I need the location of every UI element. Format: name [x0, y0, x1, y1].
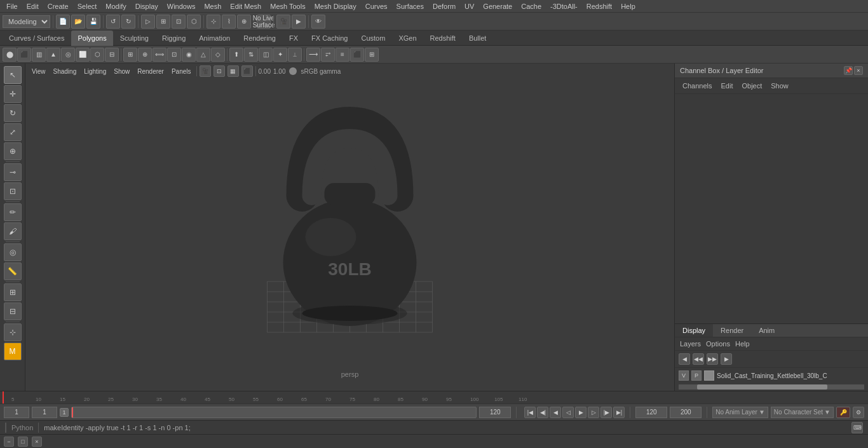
redo-button[interactable]: ↻: [121, 15, 135, 29]
new-scene-button[interactable]: 📄: [56, 15, 70, 29]
append-polygon-button[interactable]: ⊞: [365, 48, 379, 62]
triangulate-button[interactable]: △: [196, 48, 210, 62]
poke-button[interactable]: ✦: [273, 48, 287, 62]
model-icon[interactable]: M: [4, 343, 22, 360]
lasso-select-button[interactable]: ⊡: [172, 15, 186, 29]
tab-curves-surfaces[interactable]: Curves / Surfaces: [3, 31, 71, 46]
paint-tool[interactable]: ✏: [4, 203, 22, 221]
menu-deform[interactable]: Deform: [429, 1, 459, 11]
snap-grid-button[interactable]: ⊹: [207, 15, 220, 29]
wedge-button[interactable]: ⟂: [288, 48, 302, 62]
tab-display[interactable]: Display: [675, 324, 713, 337]
ipr-render-button[interactable]: ▶: [292, 15, 306, 29]
tab-fx[interactable]: FX: [283, 31, 304, 46]
smooth-button[interactable]: ◉: [182, 48, 196, 62]
viewport-panels-menu[interactable]: Panels: [169, 67, 194, 76]
prev-key-button[interactable]: ◀|: [537, 407, 548, 418]
menu-cache[interactable]: Cache: [517, 1, 545, 11]
workspace-selector[interactable]: Modeling: [3, 15, 50, 28]
vp-frame-all-button[interactable]: ⊡: [214, 65, 225, 77]
restore-button[interactable]: □: [18, 437, 28, 447]
tab-animation[interactable]: Animation: [193, 31, 236, 46]
save-scene-button[interactable]: 💾: [86, 15, 100, 29]
undo-button[interactable]: ↺: [106, 15, 120, 29]
poly-cube-button[interactable]: ⬛: [17, 48, 31, 62]
menu-windows[interactable]: Windows: [163, 1, 200, 11]
layer-color-swatch[interactable]: [704, 370, 714, 381]
tab-rigging[interactable]: Rigging: [156, 31, 192, 46]
attribute-paint-tool[interactable]: 🖌: [4, 222, 22, 240]
play-back-button[interactable]: ◁: [562, 407, 574, 418]
layer-p-button[interactable]: P: [691, 370, 702, 381]
marquee-select-tool[interactable]: ⊡: [4, 182, 22, 200]
next-key-button[interactable]: |▶: [600, 407, 612, 418]
tab-fx-caching[interactable]: FX Caching: [305, 31, 354, 46]
menu-redshift[interactable]: Redshift: [583, 1, 616, 11]
boolean-button[interactable]: ⊕: [138, 48, 152, 62]
layer-v-button[interactable]: V: [679, 370, 689, 381]
menu-surfaces[interactable]: Surfaces: [393, 1, 428, 11]
menu-select[interactable]: Select: [74, 1, 101, 11]
layers-nav[interactable]: Layers: [680, 340, 701, 348]
tab-anim[interactable]: Anim: [751, 324, 782, 337]
anim-layer-selector[interactable]: No Anim Layer ▼: [712, 407, 768, 418]
menu-curves[interactable]: Curves: [362, 1, 391, 11]
paint-select-button[interactable]: ⬡: [187, 15, 201, 29]
measure-tool[interactable]: 📏: [4, 262, 22, 280]
viewport-view-menu[interactable]: View: [29, 67, 48, 76]
rotate-tool[interactable]: ↻: [4, 104, 22, 122]
quadsphere-button[interactable]: ◇: [211, 48, 225, 62]
soft-select-tool[interactable]: ⊸: [4, 163, 22, 181]
viewport-show-menu[interactable]: Show: [111, 67, 132, 76]
minimize-button[interactable]: −: [4, 437, 14, 447]
goto-end-button[interactable]: ▶|: [613, 407, 625, 418]
layer-prev2-btn[interactable]: ◀◀: [693, 353, 704, 365]
menu-edit-mesh[interactable]: Edit Mesh: [226, 1, 265, 11]
layer-prev-btn[interactable]: ◀: [679, 353, 690, 365]
live-surface-button[interactable]: No Live Surface: [257, 15, 271, 29]
poly-torus-button[interactable]: ◎: [61, 48, 75, 62]
combine-button[interactable]: ⊞: [123, 48, 137, 62]
frame-slider[interactable]: [71, 407, 477, 418]
layer-next2-btn[interactable]: ▶▶: [707, 353, 718, 365]
menu-file[interactable]: File: [3, 1, 22, 11]
subdivide-button[interactable]: ⊡: [167, 48, 181, 62]
settings-button[interactable]: ⚙: [853, 407, 864, 418]
viewport-shading-menu[interactable]: Shading: [51, 67, 79, 76]
select-tool[interactable]: ↖: [4, 66, 22, 84]
menu-display[interactable]: Display: [132, 1, 162, 11]
cb-nav-edit[interactable]: Edit: [718, 81, 735, 91]
play-forward-button[interactable]: ▶: [575, 407, 587, 418]
character-set-selector[interactable]: No Character Set ▼: [771, 407, 834, 418]
timeline-ruler[interactable]: 5 10 15 20 25 30 35 40 45 50 55 60 65 70…: [3, 391, 865, 404]
poly-disk-button[interactable]: ⬡: [90, 48, 104, 62]
tab-render[interactable]: Render: [713, 324, 751, 337]
viewport-lighting-menu[interactable]: Lighting: [81, 67, 109, 76]
tab-polygons[interactable]: Polygons: [71, 31, 112, 46]
extrude-button[interactable]: ⬆: [229, 48, 243, 62]
menu-mesh[interactable]: Mesh: [200, 1, 225, 11]
menu-mesh-tools[interactable]: Mesh Tools: [266, 1, 309, 11]
range-end-field[interactable]: 200: [670, 407, 702, 418]
menu-mesh-display[interactable]: Mesh Display: [311, 1, 360, 11]
bridge-button[interactable]: ⇅: [244, 48, 258, 62]
vp-wireframe-button[interactable]: ▦: [227, 65, 239, 77]
vp-solid-button[interactable]: ⬛: [241, 65, 253, 77]
tab-bullet[interactable]: Bullet: [463, 31, 493, 46]
poly-cone-button[interactable]: ▲: [46, 48, 60, 62]
poly-cylinder-button[interactable]: ▥: [32, 48, 46, 62]
show-manipulator-tool[interactable]: ⊞: [4, 283, 22, 301]
tab-redshift[interactable]: Redshift: [424, 31, 462, 46]
step-forward-button[interactable]: ▷: [588, 407, 599, 418]
cb-nav-show[interactable]: Show: [768, 81, 791, 91]
cb-close-button[interactable]: ×: [854, 66, 863, 75]
mirror-button[interactable]: ⟺: [153, 48, 166, 62]
loop-cut-button[interactable]: ⟶: [306, 48, 320, 62]
select-all-button[interactable]: ⊞: [156, 15, 170, 29]
menu-modify[interactable]: Modify: [102, 1, 130, 11]
cb-nav-channels[interactable]: Channels: [680, 81, 714, 91]
menu-create[interactable]: Create: [44, 1, 72, 11]
frame-indicator[interactable]: 1: [60, 408, 69, 417]
goto-start-button[interactable]: |◀: [524, 407, 536, 418]
menu-3dtoall[interactable]: -3DtoAll-: [546, 1, 581, 11]
